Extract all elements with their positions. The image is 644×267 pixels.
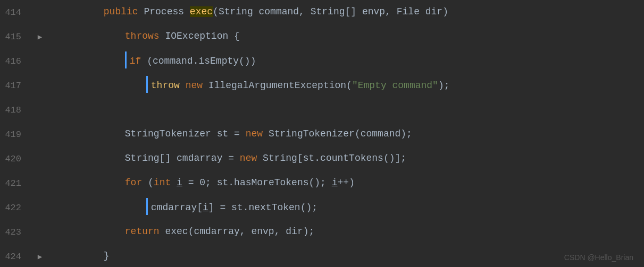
gutter-424: ▶ [32,252,48,261]
bookmark-icon-424: ▶ [38,252,42,261]
keyword-return: return [125,226,165,237]
left-bar-417 [146,76,148,93]
line-number-415: 415 [0,32,32,42]
keyword-new-420: new [240,153,263,163]
code-line-417: 417 throw new IllegalArgumentException("… [0,73,644,98]
left-bar-422 [146,198,148,215]
line-number-414: 414 [0,7,32,18]
left-bar-416 [125,51,127,68]
string-empty-command: "Empty command" [352,80,438,91]
cmdarray-decl: String[] cmdarray = [125,153,240,163]
cmdarray-init: String[st.countTokens()]; [263,153,406,163]
return-exec: exec(cmdarray, envp, dir); [165,226,314,237]
watermark: CSDN @Hello_Brian [564,253,633,262]
line-number-421: 421 [0,178,32,188]
keyword-throw: throw [151,80,186,91]
line-number-416: 416 [0,56,32,66]
cmdarray-assign: cmdarray[ [151,202,203,213]
keyword-public: public [104,6,144,17]
cmdarray-assign2: ] = st.nextToken(); [208,202,317,213]
st-init: StringTokenizer(command); [269,128,412,139]
keyword-new-419: new [246,128,269,139]
line-number-418: 418 [0,105,32,115]
method-exec: exec [190,6,213,17]
close-brace-424: } [104,251,110,261]
type-process: Process [144,6,189,17]
line-number-419: 419 [0,130,32,140]
st-decl: StringTokenizer st = [125,128,246,139]
close-paren-417: ); [438,80,450,91]
var-i-422: i [203,202,208,213]
params-414: (String command, String[] envp, File dir… [213,6,448,17]
line-number-422: 422 [0,203,32,213]
illegal-arg-class: IllegalArgumentException( [208,80,352,91]
code-content-424: } [48,236,644,267]
bookmark-icon-415: ▶ [38,32,42,41]
keyword-new-417: new [186,80,208,91]
line-number-417: 417 [0,81,32,91]
code-editor: 414 public Process exec(String command, … [0,0,644,267]
line-number-420: 420 [0,154,32,164]
gutter-415: ▶ [32,32,48,41]
code-line-424: 424 ▶ } [0,244,644,267]
line-number-424: 424 [0,252,32,262]
line-number-423: 423 [0,227,32,237]
